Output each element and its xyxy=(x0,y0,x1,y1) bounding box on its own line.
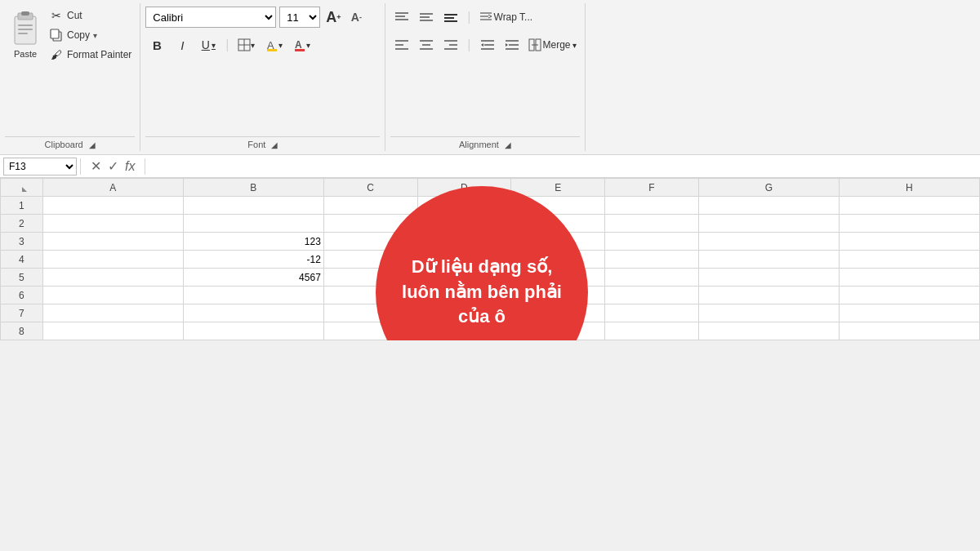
row-header-4[interactable]: 4 xyxy=(1,251,43,269)
row-header-6[interactable]: 6 xyxy=(1,287,43,304)
borders-dropdown-icon[interactable]: ▾ xyxy=(251,41,255,50)
cell-H5[interactable] xyxy=(839,269,979,287)
cell-reference-box[interactable]: F13 xyxy=(3,158,77,176)
font-size-select[interactable]: 11 xyxy=(279,7,320,28)
align-top-left-button[interactable] xyxy=(390,7,413,28)
cell-F7[interactable] xyxy=(605,304,699,322)
cell-B2[interactable] xyxy=(183,215,323,233)
underline-dropdown-icon[interactable]: ▾ xyxy=(212,41,216,50)
cell-B6[interactable] xyxy=(183,287,323,304)
font-color-dropdown-icon[interactable]: ▾ xyxy=(306,41,310,50)
cell-B5[interactable]: 4567 xyxy=(183,269,323,287)
row-header-3[interactable]: 3 xyxy=(1,233,43,251)
spreadsheet-container: A B C D E F G H 1231234-1254567678 Dữ li… xyxy=(0,178,980,340)
align-center-button[interactable] xyxy=(415,34,438,56)
cut-label: Cut xyxy=(67,10,82,21)
cell-B3[interactable]: 123 xyxy=(183,233,323,251)
cell-H7[interactable] xyxy=(839,304,979,322)
cell-A2[interactable] xyxy=(42,215,183,233)
cell-C1[interactable] xyxy=(323,197,417,215)
cell-H2[interactable] xyxy=(839,215,979,233)
paste-icon xyxy=(10,10,41,47)
cell-G6[interactable] xyxy=(698,287,839,304)
align-center-vert-button[interactable] xyxy=(415,7,438,28)
cell-F8[interactable] xyxy=(605,322,699,340)
merge-button[interactable]: Merge ▾ xyxy=(525,37,580,53)
align-bottom-button[interactable] xyxy=(439,7,462,28)
borders-button[interactable]: ▾ xyxy=(234,34,259,56)
alignment-dialog-launcher[interactable]: ◢ xyxy=(505,140,511,149)
font-dialog-launcher[interactable]: ◢ xyxy=(271,140,278,149)
row-header-7[interactable]: 7 xyxy=(1,304,43,322)
increase-indent-button[interactable] xyxy=(501,34,523,56)
clipboard-dialog-launcher[interactable]: ◢ xyxy=(89,140,96,149)
cell-H1[interactable] xyxy=(839,197,979,215)
cell-A5[interactable] xyxy=(42,269,183,287)
cell-H3[interactable] xyxy=(839,233,979,251)
align-right-button[interactable] xyxy=(439,34,462,56)
underline-button[interactable]: U ▾ xyxy=(196,34,220,56)
col-header-A[interactable]: A xyxy=(42,179,183,197)
col-header-G[interactable]: G xyxy=(698,179,839,197)
copy-dropdown-icon[interactable]: ▾ xyxy=(93,31,97,40)
align-bottom-icon xyxy=(443,11,459,24)
select-all-icon[interactable] xyxy=(16,180,27,192)
cell-H4[interactable] xyxy=(839,251,979,269)
row-header-8[interactable]: 8 xyxy=(1,322,43,340)
col-header-B[interactable]: B xyxy=(183,179,323,197)
format-painter-button[interactable]: 🖌 Format Painter xyxy=(46,46,135,64)
cell-B7[interactable] xyxy=(183,304,323,322)
cell-B4[interactable]: -12 xyxy=(183,251,323,269)
formula-input[interactable] xyxy=(149,160,977,172)
cell-F3[interactable] xyxy=(605,233,699,251)
cell-G3[interactable] xyxy=(698,233,839,251)
cell-F1[interactable] xyxy=(605,197,699,215)
cell-F5[interactable] xyxy=(605,269,699,287)
cell-G8[interactable] xyxy=(698,322,839,340)
font-color-button[interactable]: A ▾ xyxy=(290,34,314,56)
cut-button[interactable]: ✂ Cut xyxy=(46,7,135,24)
cell-G7[interactable] xyxy=(698,304,839,322)
cell-A7[interactable] xyxy=(42,304,183,322)
font-grow-button[interactable]: A+ xyxy=(323,7,343,27)
wrap-text-button[interactable]: Wrap T... xyxy=(476,9,537,25)
font-shrink-button[interactable]: A- xyxy=(346,7,366,27)
row-header-2[interactable]: 2 xyxy=(1,215,43,233)
bold-button[interactable]: B xyxy=(145,34,168,56)
cell-G1[interactable] xyxy=(698,197,839,215)
col-header-F[interactable]: F xyxy=(605,179,699,197)
cell-A1[interactable] xyxy=(42,197,183,215)
cell-G2[interactable] xyxy=(698,215,839,233)
col-header-E[interactable]: E xyxy=(511,179,605,197)
cell-A6[interactable] xyxy=(42,287,183,304)
cell-G4[interactable] xyxy=(698,251,839,269)
italic-button[interactable]: I xyxy=(172,34,193,56)
cell-A4[interactable] xyxy=(42,251,183,269)
merge-dropdown-icon[interactable]: ▾ xyxy=(572,41,577,50)
copy-button[interactable]: Copy ▾ xyxy=(46,26,135,44)
fill-color-button[interactable]: A ▾ xyxy=(262,34,287,56)
insert-function-button[interactable]: fx xyxy=(125,159,135,174)
font-name-select[interactable]: Calibri xyxy=(145,7,276,28)
cell-A8[interactable] xyxy=(42,322,183,340)
cell-A3[interactable] xyxy=(42,233,183,251)
cell-B8[interactable] xyxy=(183,322,323,340)
row-header-1[interactable]: 1 xyxy=(1,197,43,215)
cell-B1[interactable] xyxy=(183,197,323,215)
decrease-indent-button[interactable] xyxy=(476,34,499,56)
bubble-text: Dữ liệu dạng số, luôn nằm bên phải của ô xyxy=(392,255,572,330)
paste-button[interactable]: Paste xyxy=(5,7,46,62)
cell-G5[interactable] xyxy=(698,269,839,287)
cell-F6[interactable] xyxy=(605,287,699,304)
cell-F4[interactable] xyxy=(605,251,699,269)
cell-H6[interactable] xyxy=(839,287,979,304)
formula-cancel-button[interactable]: ✕ xyxy=(91,158,101,174)
align-left-button[interactable] xyxy=(390,34,413,56)
col-header-C[interactable]: C xyxy=(323,179,417,197)
cell-H8[interactable] xyxy=(839,322,979,340)
cell-F2[interactable] xyxy=(605,215,699,233)
formula-confirm-button[interactable]: ✓ xyxy=(108,158,118,174)
row-header-5[interactable]: 5 xyxy=(1,269,43,287)
fill-dropdown-icon[interactable]: ▾ xyxy=(278,41,283,50)
col-header-H[interactable]: H xyxy=(839,179,979,197)
